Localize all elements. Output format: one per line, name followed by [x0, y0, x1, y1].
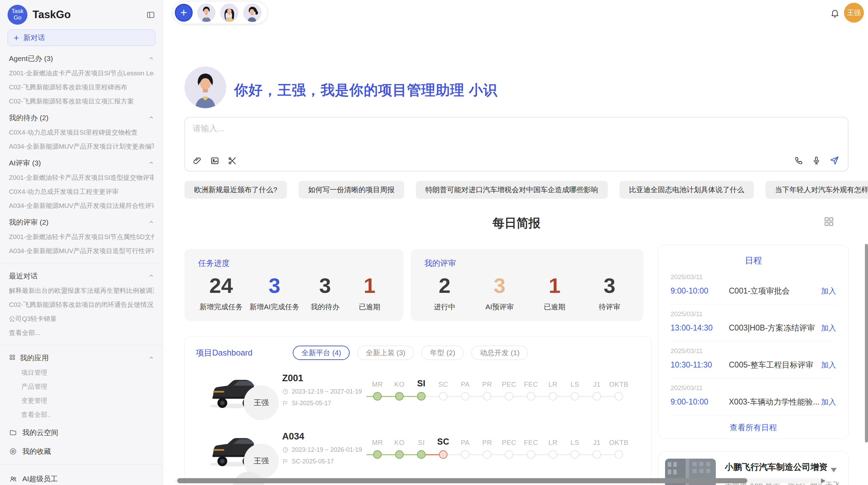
sidebar-section-header[interactable]: 我的评审 (2): [9, 218, 154, 227]
app-item[interactable]: 查看全部..: [21, 411, 154, 419]
conversation-avatar-2[interactable]: [220, 3, 239, 22]
milestone-node: [461, 392, 470, 401]
sidebar-task-item[interactable]: A034-全新新能源MUV产品开发项目法规符合性评审: [9, 202, 154, 210]
event-name: C001-立项审批会: [729, 286, 821, 296]
voice-call-icon[interactable]: [794, 156, 804, 165]
sidebar-task-item[interactable]: A034-全新新能源MUV产品开发项目造型可行性评审: [9, 247, 154, 255]
sidebar-task-item[interactable]: A034-全新新能源MUV产品开发项目计划变更表编写: [9, 143, 154, 150]
send-icon[interactable]: [829, 155, 840, 165]
project-dates: 2023-12-19 ~ 2026-01-19: [282, 446, 364, 453]
scroll-down-arrow[interactable]: [831, 468, 837, 472]
milestone-node: [483, 392, 492, 401]
suggestion-chip[interactable]: 特朗普可能对进口汽车增税会对中国车企造成哪些影响: [416, 181, 608, 199]
conversation-avatar-3[interactable]: [243, 3, 262, 22]
sidebar-task-item[interactable]: C0X4-动力总成开发项目SI里程碑提交物检查: [9, 129, 154, 136]
milestone-label: FEC: [524, 434, 538, 447]
conversation-avatar-1[interactable]: [197, 3, 216, 22]
app-item[interactable]: 项目管理: [21, 369, 154, 376]
milestone-node: [461, 450, 470, 459]
stat-label: AI预评审: [481, 302, 518, 312]
milestone-label: J1: [593, 434, 601, 447]
suggestion-chip[interactable]: 欧洲新规最近颁布了什么?: [184, 181, 287, 199]
project-dashboard-card: 项目Dashboard 全新平台 (4)全新上装 (3)年型 (2)动总开发 (…: [184, 336, 652, 485]
vertical-scrollbar[interactable]: [865, 244, 868, 443]
dashboard-title: 项目Dashboard: [196, 347, 252, 358]
sidebar-item-label: 我的云空间: [22, 428, 58, 437]
sidebar-section-header[interactable]: Agent已办 (3): [9, 54, 154, 63]
join-link[interactable]: 加入: [821, 323, 836, 333]
suggestion-chip[interactable]: 如何写一份清晰的项目周报: [299, 181, 404, 199]
milestone: MR: [366, 375, 388, 404]
stat-label: 新增AI完成任务: [250, 302, 300, 312]
milestone: FEC: [520, 434, 542, 462]
suggestion-chip[interactable]: 当下年轻人对汽车外观有怎样的喜好趋势: [765, 181, 868, 199]
milestone: PR: [476, 434, 498, 462]
sidebar-task-item[interactable]: C02-飞腾新能源轻客改款项目里程碑画布: [9, 84, 154, 91]
dashboard-filter-pill[interactable]: 年型 (2): [421, 346, 464, 360]
notifications-bell-icon[interactable]: [830, 8, 840, 18]
my-apps-header[interactable]: 我的应用: [9, 353, 154, 362]
project-row[interactable]: 王强A0342023-12-19 ~ 2026-01-19SC-2025-05-…: [196, 420, 640, 476]
app-item[interactable]: 变更管理: [21, 397, 154, 405]
screenshot-icon[interactable]: [228, 156, 237, 165]
milestone-label: LS: [570, 434, 579, 447]
event-date: 2025/03/11: [671, 273, 836, 281]
stat: 1已逾期: [351, 274, 388, 312]
horizontal-scrollbar[interactable]: [177, 478, 747, 483]
stat: 2进行中: [426, 274, 463, 312]
app-item[interactable]: 产品管理: [21, 383, 154, 390]
event-time: 9:00-10:00: [671, 397, 729, 407]
user-avatar[interactable]: 王强: [844, 3, 864, 23]
sidebar-tool-users[interactable]: AI超级员工: [9, 474, 154, 484]
sidebar-task-item[interactable]: Z001-全新燃油皮卡产品开发项目SI节点Lesson Learn报告: [9, 70, 154, 77]
microphone-icon[interactable]: [812, 156, 821, 165]
recent-chat-item[interactable]: C02-飞腾新能源轻客改款项目的闭环通告反馈情况: [9, 301, 154, 309]
sidebar-item-folder[interactable]: 我的云空间: [9, 428, 154, 437]
milestone-node: [527, 450, 535, 459]
milestone-label: MR: [372, 375, 383, 388]
briefing-card-title: 任务进度: [198, 258, 390, 269]
join-link[interactable]: 加入: [821, 397, 836, 407]
stat: 1已逾期: [536, 274, 574, 312]
dashboard-filter-pill[interactable]: 动总开发 (1): [471, 346, 528, 360]
dashboard-filter-pill[interactable]: 全新上装 (3): [357, 346, 414, 360]
sidebar-task-item[interactable]: C02-飞腾新能源轻客改款项目立项汇报方案: [9, 98, 154, 105]
collapse-sidebar-icon[interactable]: [146, 10, 155, 20]
new-chat-button[interactable]: + 新对话: [8, 29, 155, 46]
my-apps-label: 我的应用: [20, 353, 49, 363]
sidebar-task-item[interactable]: Z001-全新燃油轻卡产品开发项目SI造型提交物评审: [9, 174, 154, 182]
milestone-node: [593, 450, 601, 459]
chevron-up-icon: [148, 218, 154, 226]
stat-label: 已逾期: [536, 302, 574, 312]
scroll-right-arrow[interactable]: [821, 478, 825, 483]
image-upload-icon[interactable]: [210, 156, 219, 165]
suggestion-chip[interactable]: 比亚迪全固态电池计划具体说了什么: [619, 181, 754, 199]
project-row[interactable]: 王强Z0012023-12-19 ~ 2027-01-19SI-2025-05-…: [196, 361, 640, 418]
dashboard-filter-pill[interactable]: 全新平台 (4): [293, 346, 350, 360]
join-link[interactable]: 加入: [821, 360, 836, 370]
daily-brief-header: 每日简报: [184, 215, 848, 231]
chat-input[interactable]: [192, 122, 841, 148]
schedule-card: 日程 2025/03/119:00-10:00C001-立项审批会加入2025/…: [658, 245, 849, 439]
sidebar-section-header[interactable]: 我的待办 (2): [9, 113, 154, 122]
sidebar-section-header[interactable]: AI评审 (3): [9, 159, 154, 167]
milestone-node: [505, 392, 514, 401]
sidebar-task-item[interactable]: C0X4-动力总成开发项目工程变更评审: [9, 188, 154, 196]
sidebar-task-item[interactable]: Z001-全新燃油轻卡产品开发项目SI节点属性5D文件评审: [9, 233, 154, 241]
recent-chat-item[interactable]: 解释最新出台的欧盟报废车法规再生塑料比例被调至15%...: [9, 287, 154, 295]
main-area: + 王强 你好，王强，我是你的项目管理助理 小识 欧洲新规最近颁布了什么?如何写…: [164, 0, 868, 485]
join-link[interactable]: 加入: [821, 286, 836, 296]
view-all-schedule-link[interactable]: 查看所有日程: [671, 415, 836, 440]
layout-grid-icon[interactable]: [823, 216, 835, 227]
project-image: 王强: [205, 427, 261, 469]
chevron-up-icon: [148, 114, 154, 122]
recent-chats-header[interactable]: 最近对话: [9, 272, 154, 281]
recent-chat-item[interactable]: 公司Q3轻卡销量: [9, 315, 154, 323]
milestone-node: [549, 450, 557, 459]
clock-icon: [282, 447, 289, 453]
recent-chat-item[interactable]: 查看全部...: [9, 329, 154, 337]
sidebar-item-badge[interactable]: 我的收藏: [9, 447, 154, 456]
news-title: 小鹏飞行汽车制造公司增资: [725, 461, 842, 473]
attachment-icon[interactable]: [193, 156, 202, 165]
new-conversation-button[interactable]: +: [175, 4, 193, 22]
